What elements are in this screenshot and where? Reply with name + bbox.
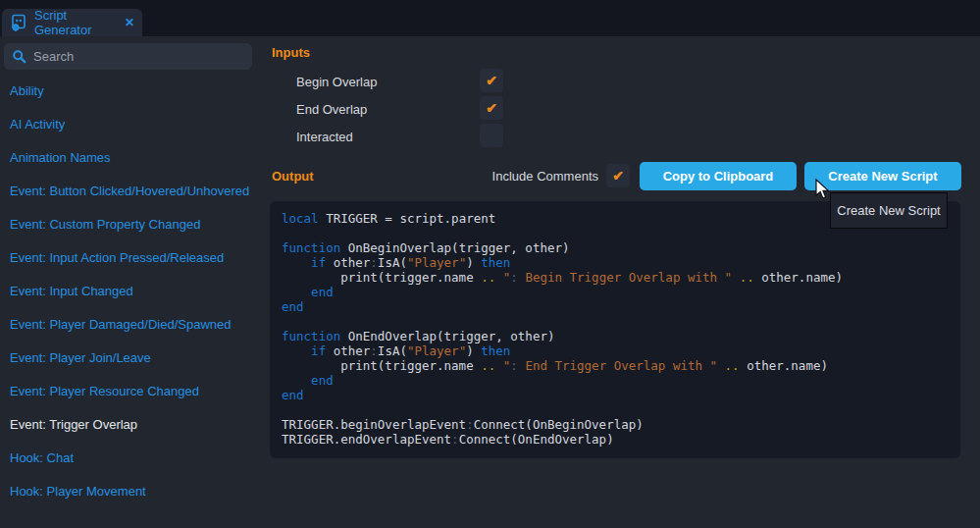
code-line: TRIGGER.beginOverlapEvent:Connect(OnBegi… <box>282 417 949 432</box>
sidebar-item[interactable]: Event: Input Action Pressed/Released <box>0 240 257 274</box>
input-option-label: Begin Overlap <box>296 75 377 89</box>
sidebar-item[interactable]: Event: Trigger Overlap <box>0 407 257 441</box>
sidebar-item[interactable]: Event: Player Resource Changed <box>0 374 257 407</box>
sidebar-item[interactable]: Ability <box>0 74 257 107</box>
search-icon <box>12 49 26 64</box>
output-heading: Output <box>272 169 314 184</box>
sidebar-item[interactable]: Event: Player Damaged/Died/Spawned <box>0 307 257 341</box>
sidebar-item[interactable]: Event: Player Join/Leave <box>0 341 257 374</box>
inputs-heading: Inputs <box>272 45 310 60</box>
script-generator-icon <box>10 14 27 31</box>
sidebar-item[interactable]: Animation Names <box>0 140 257 174</box>
sidebar: AbilityAI ActivityAnimation NamesEvent: … <box>0 36 257 528</box>
code-line: TRIGGER.endOverlapEvent:Connect(OnEndOve… <box>282 432 949 447</box>
input-option-label: Interacted <box>296 130 353 144</box>
code-line: print(trigger.name .. ": Begin Trigger O… <box>282 270 949 285</box>
search-input[interactable] <box>33 49 230 64</box>
sidebar-item[interactable]: AI Activity <box>0 107 257 140</box>
sidebar-item[interactable]: Event: Input Changed <box>0 274 257 307</box>
sidebar-item[interactable]: Hook: Player Movement <box>0 474 257 507</box>
code-line: function OnBeginOverlap(trigger, other) <box>282 240 949 255</box>
sidebar-item[interactable]: Hook: Chat <box>0 441 257 474</box>
tab-title: Script Generator <box>34 8 116 37</box>
code-line: if other:IsA("Player") then <box>282 255 949 270</box>
check-icon: ✔ <box>486 101 497 115</box>
code-line: function OnEndOverlap(trigger, other) <box>282 329 949 343</box>
include-comments-label: Include Comments <box>492 169 598 184</box>
code-line: if other:IsA("Player") then <box>282 343 949 358</box>
input-option-checkbox[interactable]: ✔ <box>480 96 503 120</box>
input-option-checkbox[interactable]: ✔ <box>480 69 503 92</box>
code-line <box>282 402 949 417</box>
code-line: end <box>282 373 949 388</box>
tab-close-icon[interactable]: ✕ <box>125 16 134 29</box>
code-line: end <box>282 285 949 299</box>
input-option-label: End Overlap <box>296 102 367 117</box>
sidebar-item[interactable]: Event: Button Clicked/Hovered/Unhovered <box>0 174 257 207</box>
sidebar-list: AbilityAI ActivityAnimation NamesEvent: … <box>0 74 257 507</box>
code-line: end <box>282 388 949 402</box>
copy-to-clipboard-button[interactable]: Copy to Clipboard <box>640 162 797 190</box>
sidebar-item[interactable]: Event: Custom Property Changed <box>0 207 257 240</box>
check-icon: ✔ <box>486 74 497 87</box>
code-line <box>282 314 949 329</box>
code-output[interactable]: local TRIGGER = script.parent function O… <box>270 201 960 458</box>
check-icon: ✔ <box>612 169 624 183</box>
create-new-script-tooltip: Create New Script <box>830 192 948 229</box>
search-box[interactable] <box>4 43 252 70</box>
code-line: end <box>282 299 949 314</box>
include-comments-checkbox[interactable]: ✔ <box>606 164 630 187</box>
input-option-checkbox[interactable] <box>480 124 503 147</box>
create-new-script-button[interactable]: Create New Script <box>804 162 961 190</box>
code-line: print(trigger.name .. ": End Trigger Ove… <box>282 358 949 373</box>
tab-bar: Script Generator ✕ <box>0 0 980 36</box>
tooltip-text: Create New Script <box>837 203 940 218</box>
tab-script-generator[interactable]: Script Generator ✕ <box>2 9 142 36</box>
